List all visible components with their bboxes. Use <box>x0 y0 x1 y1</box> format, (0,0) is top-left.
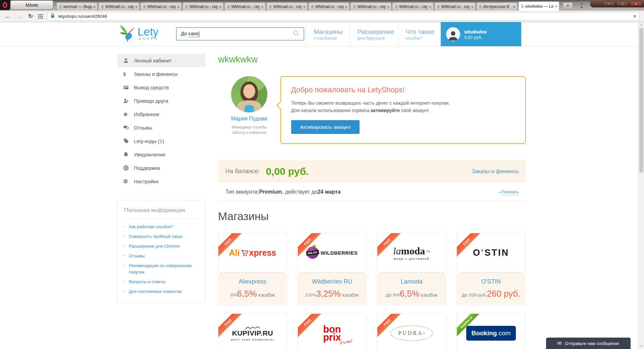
scroll-down-arrow[interactable]: ▼ <box>639 344 644 349</box>
sidebar-item-support[interactable]: Поддержка <box>117 161 205 174</box>
sidebar-item-withdraw[interactable]: Вывод средств <box>117 81 205 94</box>
info-link-faq[interactable]: Вопросы и ответы <box>129 279 165 285</box>
tab-title: WMmail.ru - сер <box>105 4 134 9</box>
tab-wmmail[interactable]: §wmmail — Янде× <box>56 2 98 11</box>
info-link-trial-order[interactable]: Совершить пробный заказ <box>129 233 182 240</box>
tab-close-icon[interactable]: × <box>177 4 180 9</box>
tab-letyshops-active[interactable]: §wkwkwkw — Let× <box>518 1 559 11</box>
shop-card-booking[interactable]: Кэшбэк х2 Booking.com <box>457 313 526 349</box>
tab-wmmail-9[interactable]: §WMmail.ru - сер× <box>392 2 433 11</box>
opera-logo-icon[interactable] <box>0 0 10 10</box>
manager-column: Мария Пудова Менеджер службы заботы о кл… <box>218 76 280 144</box>
tab-favicon: § <box>395 4 397 9</box>
info-link-reviews[interactable]: Отзывы <box>129 253 145 259</box>
shop-name-link[interactable]: Wildberries RU <box>301 278 364 285</box>
url-field[interactable]: letyshops.ru/user/429246 ♥ <box>47 12 639 20</box>
logo-text: KUPIVIP.RU <box>231 329 274 337</box>
tab-close-icon[interactable]: × <box>219 4 222 9</box>
tab-menu-icon[interactable]: ≡▾ <box>576 2 587 9</box>
tab-close-icon[interactable]: × <box>471 4 474 9</box>
tab-wmmail-8[interactable]: §WMmail.ru - сер× <box>350 2 391 11</box>
window-close-button[interactable]: × <box>630 1 642 6</box>
tab-close-icon[interactable]: × <box>429 4 432 9</box>
tab-interesnoe[interactable]: §Интересное В× <box>476 2 518 11</box>
forward-icon[interactable]: → <box>16 13 23 20</box>
sidebar-item-reviews[interactable]: Отзывы <box>117 121 205 134</box>
shop-name-link[interactable]: Lamoda <box>380 278 443 285</box>
back-icon[interactable]: ← <box>5 13 11 20</box>
shop-card-pudra[interactable]: ТОП PUDRA® <box>377 313 446 349</box>
info-link-loyal-customers[interactable]: Для постоянных клиентов <box>129 288 181 295</box>
info-link-how-cashback-works[interactable]: Как работает кэшбэк? <box>129 223 173 230</box>
account-valid-label: , действует до <box>282 189 318 195</box>
info-link-chrome-extension[interactable]: Расширение для Chrome <box>129 243 179 249</box>
sidebar-item-notifications[interactable]: Уведомления <box>117 148 205 161</box>
sidebar-item-settings[interactable]: ⚙ Настройки <box>117 174 205 188</box>
window-restore-button[interactable]: □ <box>616 1 629 6</box>
browser-menu-button[interactable]: Меню <box>10 0 53 10</box>
tab-close-icon[interactable]: × <box>93 4 96 9</box>
user-icon <box>123 58 131 63</box>
shop-card-bonprix[interactable]: ТОП bonprixit's me! <box>298 313 367 349</box>
activate-account-button[interactable]: Активировать аккаунт <box>291 120 360 134</box>
nav-browser-extension[interactable]: Расширение для браузера <box>350 22 402 46</box>
useful-info-title: Полезная информация <box>124 207 198 214</box>
shop-name-link[interactable]: Aliexpress <box>221 278 284 285</box>
info-link-recommendations[interactable]: Рекомендации по совершению покупок <box>129 262 198 275</box>
tab-close-icon[interactable]: × <box>387 4 390 9</box>
tab-title: WMmail.ru - сер <box>147 4 176 9</box>
nav-shops-cashback[interactable]: Магазины с кэшбэком <box>306 22 350 46</box>
tab-wmmail-10[interactable]: §WMmail.ru - сер× <box>434 2 476 11</box>
nav-what-is-cashback[interactable]: Что такое кэшбэк? <box>398 22 442 46</box>
tab-close-icon[interactable]: × <box>555 4 557 9</box>
new-tab-button[interactable]: + <box>563 2 573 9</box>
shop-card-lamoda[interactable]: ТОП lamoda.ruмода с доставкой Lamoda до … <box>377 233 446 305</box>
logo-text: PUDRA <box>398 330 423 336</box>
shop-card-kupivip[interactable]: ТОП KUPIVIP.RUМОГУ СЕБЕ ПОЗВОЛИТЬ! <box>218 313 287 349</box>
tab-close-icon[interactable]: × <box>303 4 306 9</box>
sidebar-item-lety-codes[interactable]: Lety-коды (1) <box>117 134 205 148</box>
tab-wmmail-2[interactable]: §WMmail.ru - сер× <box>98 2 140 11</box>
tab-wmmail-7[interactable]: §WMmail.ru - сер× <box>308 2 350 11</box>
tab-wmmail-3[interactable]: §WMmail.ru - сер× <box>140 2 181 11</box>
window-minimize-button[interactable]: ─ <box>603 1 615 6</box>
manager-name-link[interactable]: Мария Пудова <box>218 116 280 122</box>
text-caret <box>199 31 199 37</box>
tab-wmmail-5[interactable]: §WMmail.ru - сер× <box>224 2 266 11</box>
tab-favicon: § <box>311 4 314 9</box>
cashback-old: 5% <box>230 292 237 298</box>
sidebar-item-invite-friend[interactable]: Приведи друга <box>117 94 205 107</box>
sidebar-item-favorites[interactable]: ★ Избранное <box>117 107 205 121</box>
reload-icon[interactable]: ↻ <box>28 13 33 20</box>
tab-close-icon[interactable]: × <box>513 4 516 9</box>
tab-close-icon[interactable]: × <box>135 4 138 9</box>
site-header: Lety SHOPS До како Магазины с кэшбэком Р… <box>0 22 638 46</box>
scrollbar-thumb[interactable] <box>639 28 643 172</box>
shop-name-link[interactable]: O'STIN <box>460 278 523 285</box>
shop-card-ostin[interactable]: ТОП O’STIN O'STIN до 200 руб.260 руб. <box>457 233 526 305</box>
sidebar-item-personal-cabinet[interactable]: Личный кабинет <box>117 54 205 67</box>
show-toggle-link[interactable]: ▾Показать <box>499 190 519 194</box>
bookmark-heart-icon[interactable]: ♥ <box>633 13 637 19</box>
chat-widget-button[interactable]: ✉ Отправьте нам сообщение <box>546 338 631 349</box>
orders-finance-link[interactable]: Заказы и финансы <box>472 168 519 174</box>
page-scrollbar[interactable]: ▲ ▼ <box>638 22 644 349</box>
shop-card-wildberries[interactable]: ТОП WB.RUWILDBERRIES Wildberries RU 2,5%… <box>298 233 367 305</box>
tab-wmmail-6[interactable]: §WMmail.ru - сер× <box>266 2 308 11</box>
tab-close-icon[interactable]: × <box>345 4 348 9</box>
speed-dial-icon[interactable] <box>38 14 43 19</box>
sidebar-item-orders-finance[interactable]: $ Заказы и финансы <box>117 67 205 81</box>
tab-close-icon[interactable]: × <box>261 4 264 9</box>
bullet-icon: · <box>124 233 129 240</box>
sidebar-item-label: Приведи друга <box>134 98 168 104</box>
search-icon[interactable] <box>293 30 300 38</box>
shop-card-aliexpress[interactable]: ТОП Alixpress Aliexpress 5%6,5% кэшбэк <box>218 233 287 305</box>
tab-wmmail-4[interactable]: §WMmail.ru - сер× <box>182 2 224 11</box>
shop-cards-row-2: ТОП KUPIVIP.RUМОГУ СЕБЕ ПОЗВОЛИТЬ! ТОП b… <box>218 313 526 349</box>
letyshops-logo[interactable]: Lety SHOPS <box>117 23 159 44</box>
user-account-badge[interactable]: wkwkwkw 0,00 руб. <box>441 22 521 46</box>
scroll-up-arrow[interactable]: ▲ <box>639 22 644 28</box>
search-input[interactable]: До како <box>176 27 304 41</box>
tab-title: WMmail.ru - сер <box>315 4 344 9</box>
browser-window: Меню §wmmail — Янде× §WMmail.ru - сер× §… <box>0 0 644 349</box>
